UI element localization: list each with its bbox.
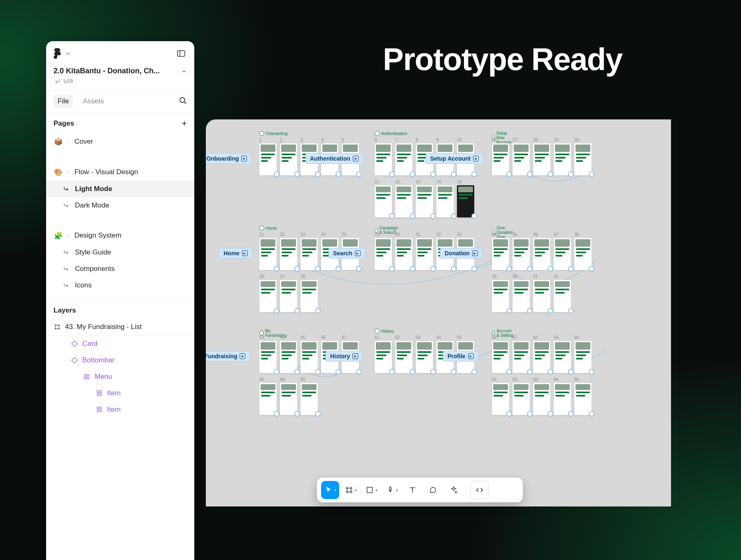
prototype-connector[interactable] [451,266,457,272]
prototype-connector[interactable] [294,171,300,177]
flow-start-label[interactable]: Authentication▸ [305,153,363,164]
screen-thumbnail[interactable] [375,185,392,217]
screen-thumbnail[interactable] [301,280,318,312]
screen-thumbnail[interactable] [395,185,412,217]
tool-comment[interactable] [424,481,442,499]
screen-thumbnail[interactable] [259,383,277,415]
prototype-connector[interactable] [336,171,341,177]
screen-thumbnail[interactable] [280,383,297,415]
prototype-connector[interactable] [506,411,512,417]
flow-start-label[interactable]: Donation▸ [440,248,482,259]
prototype-connector[interactable] [410,369,415,375]
prototype-connector[interactable] [430,266,436,272]
screen-thumbnail[interactable] [395,341,412,373]
screen-thumbnail[interactable] [280,143,297,175]
screen-thumbnail[interactable] [554,143,571,175]
prototype-connector[interactable] [506,171,512,177]
prototype-connector[interactable] [315,266,321,272]
prototype-connector[interactable] [274,369,280,375]
page-style-guide[interactable]: Style Guide [46,244,194,261]
prototype-connector[interactable] [568,171,574,177]
search-button[interactable] [179,96,187,107]
sidebar-toggle-button[interactable] [175,48,187,59]
prototype-connector[interactable] [568,266,574,272]
prototype-connector[interactable] [568,411,574,417]
screen-thumbnail[interactable] [375,341,392,373]
prototype-connector[interactable] [274,308,280,314]
prototype-connector[interactable] [389,369,395,375]
tab-file[interactable]: File [54,95,73,108]
add-page-button[interactable]: + [182,118,187,129]
flow-start-label[interactable]: Onboarding▸ [206,153,252,164]
prototype-connector[interactable] [506,369,512,375]
screen-thumbnail[interactable] [395,143,412,175]
prototype-connector[interactable] [430,369,436,375]
prototype-connector[interactable] [294,411,300,417]
layer-item-1[interactable]: Item [46,385,194,401]
tool-pen[interactable]: ▾ [383,481,401,499]
figma-logo[interactable] [54,48,72,59]
tool-text[interactable] [403,481,422,499]
flow-start-label[interactable]: Home▸ [219,248,252,259]
prototype-connector[interactable] [274,266,280,272]
screen-thumbnail[interactable] [259,280,277,312]
figma-canvas[interactable]: OnboardingOnboarding▸1. S...2. O...3. O.… [206,119,671,506]
screen-thumbnail[interactable] [301,383,318,415]
tab-assets[interactable]: Assets [79,95,108,108]
prototype-connector[interactable] [274,171,280,177]
screen-thumbnail[interactable] [574,143,592,175]
screen-thumbnail[interactable] [554,280,571,312]
prototype-connector[interactable] [548,266,553,272]
screen-thumbnail[interactable] [416,238,433,270]
screen-thumbnail[interactable] [416,341,433,373]
screen-thumbnail[interactable] [375,238,392,270]
prototype-connector[interactable] [356,266,362,272]
screen-thumbnail[interactable] [513,383,530,415]
prototype-connector[interactable] [527,171,533,177]
screen-thumbnail[interactable] [492,280,509,312]
screen-thumbnail[interactable] [533,238,550,270]
page-icons[interactable]: Icons [46,277,194,294]
file-team-row[interactable]: UI8 [46,76,194,90]
layer-frame[interactable]: 43. My Fundraising - List [46,319,194,335]
screen-thumbnail[interactable] [492,341,509,373]
prototype-connector[interactable] [506,266,512,272]
layer-card[interactable]: Card [46,336,194,352]
prototype-connector[interactable] [389,171,395,177]
page-light-mode[interactable]: Light Mode [46,181,194,197]
prototype-connector[interactable] [410,213,415,219]
prototype-connector[interactable] [471,266,477,272]
page-components[interactable]: Components [46,261,194,277]
flow-start-label[interactable]: Profile▸ [443,351,478,362]
screen-thumbnail[interactable] [574,238,592,270]
screen-thumbnail[interactable] [280,341,297,373]
screen-thumbnail[interactable] [513,238,530,270]
prototype-connector[interactable] [506,308,512,314]
tool-frame[interactable]: ▾ [342,481,360,499]
tool-move[interactable]: ▾ [321,481,339,499]
screen-thumbnail[interactable] [457,185,474,217]
screen-thumbnail[interactable] [395,238,412,270]
prototype-connector[interactable] [430,213,436,219]
prototype-connector[interactable] [589,171,594,177]
screen-thumbnail[interactable] [301,238,318,270]
prototype-connector[interactable] [527,411,533,417]
prototype-connector[interactable] [471,171,477,177]
screen-thumbnail[interactable] [416,185,433,217]
layer-bottombar[interactable]: Bottombar [46,352,194,369]
screen-thumbnail[interactable] [280,238,297,270]
prototype-connector[interactable] [589,369,594,375]
screen-thumbnail[interactable] [533,280,550,312]
prototype-connector[interactable] [527,308,533,314]
prototype-connector[interactable] [548,369,553,375]
prototype-connector[interactable] [548,171,553,177]
prototype-connector[interactable] [568,308,574,314]
screen-thumbnail[interactable] [259,143,277,175]
prototype-connector[interactable] [471,213,477,219]
prototype-connector[interactable] [389,213,395,219]
tool-shape[interactable]: ▾ [362,481,380,499]
prototype-connector[interactable] [389,266,395,272]
tool-dev-mode[interactable] [471,481,489,499]
prototype-connector[interactable] [274,411,280,417]
screen-thumbnail[interactable] [513,143,530,175]
